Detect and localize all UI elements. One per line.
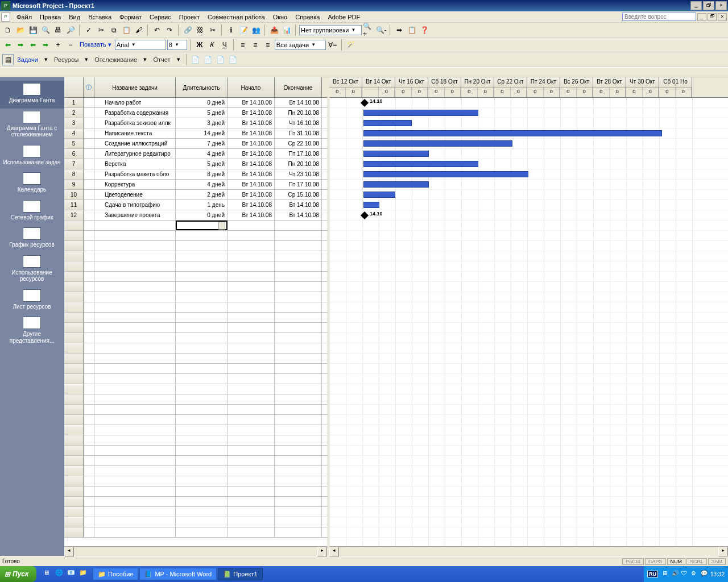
- guide-icon[interactable]: ▤: [2, 54, 14, 65]
- view-item[interactable]: Диаграмма Ганта: [0, 81, 64, 109]
- milestone-diamond-icon[interactable]: [361, 99, 369, 107]
- row-number[interactable]: [64, 517, 84, 527]
- timescale-col[interactable]: Сб 01 Но00: [659, 77, 692, 97]
- info-cell[interactable]: [84, 200, 94, 210]
- open-icon[interactable]: 📂: [15, 24, 26, 36]
- pdf-attach-icon[interactable]: 📄: [202, 54, 214, 65]
- info-cell[interactable]: [84, 210, 94, 220]
- table-row[interactable]: [64, 364, 327, 374]
- taskbar-task[interactable]: 📗Проект1: [218, 568, 262, 580]
- zoom-out-icon[interactable]: 🔍-: [375, 24, 387, 36]
- info-cell[interactable]: [84, 108, 94, 118]
- gantt-row[interactable]: [329, 190, 728, 200]
- duration-cell[interactable]: 2 дней: [176, 190, 228, 199]
- table-row[interactable]: [64, 333, 327, 343]
- task-name-cell[interactable]: Написание текста: [94, 128, 176, 138]
- table-row[interactable]: [64, 292, 327, 302]
- row-number[interactable]: [64, 272, 84, 281]
- grouping-combo[interactable]: Нет группировки▼: [299, 25, 362, 35]
- gantt-row[interactable]: [329, 425, 728, 435]
- timescale-col[interactable]: Вт 14 Окт0: [362, 77, 395, 97]
- timescale-col[interactable]: Чт 30 Окт00: [626, 77, 659, 97]
- table-row[interactable]: 3Разработка эскизов иллк3 днейВт 14.10.0…: [64, 118, 327, 128]
- row-number[interactable]: [64, 527, 84, 537]
- close-button[interactable]: ×: [715, 1, 727, 10]
- gantt-row[interactable]: [329, 128, 728, 139]
- row-number[interactable]: [64, 374, 84, 384]
- start-cell[interactable]: [228, 221, 275, 230]
- print-icon[interactable]: 🖶: [52, 24, 64, 36]
- start-button[interactable]: ⊞Пуск: [0, 566, 36, 582]
- gantt-row[interactable]: [329, 466, 728, 476]
- table-row[interactable]: [64, 497, 327, 507]
- start-cell[interactable]: Вт 14.10.08: [228, 98, 275, 107]
- row-number[interactable]: [64, 323, 84, 332]
- table-row[interactable]: [64, 241, 327, 251]
- table-row[interactable]: [64, 343, 327, 354]
- italic-icon[interactable]: К: [206, 39, 218, 51]
- table-row[interactable]: 4Написание текста14 днейВт 14.10.08Пт 31…: [64, 128, 327, 139]
- preview-icon[interactable]: 🔎: [65, 24, 76, 36]
- finish-cell[interactable]: [275, 221, 322, 230]
- start-cell[interactable]: Вт 14.10.08: [228, 180, 275, 189]
- table-row[interactable]: [64, 221, 327, 231]
- row-number[interactable]: [64, 446, 84, 455]
- table-row[interactable]: 2Разработка содержания5 днейВт 14.10.08П…: [64, 108, 327, 118]
- menu-формат[interactable]: Формат: [115, 13, 146, 22]
- hide-subtasks-icon[interactable]: −: [65, 39, 76, 51]
- scroll-left-button[interactable]: ◂: [329, 547, 339, 556]
- menu-правка[interactable]: Правка: [36, 13, 65, 22]
- timescale-col[interactable]: Ср 22 Окт00: [494, 77, 527, 97]
- gantt-row[interactable]: [329, 323, 728, 333]
- row-number[interactable]: 12: [64, 210, 84, 220]
- scroll-track[interactable]: [339, 547, 718, 556]
- table-row[interactable]: [64, 354, 327, 364]
- gantt-bar[interactable]: [363, 161, 478, 167]
- task-name-cell[interactable]: Цветоделение: [94, 190, 176, 199]
- gantt-row[interactable]: [329, 456, 728, 466]
- table-row[interactable]: 9Корректура4 днейВт 14.10.08Пт 17.10.08: [64, 180, 327, 190]
- row-number[interactable]: [64, 333, 84, 343]
- duration-cell[interactable]: 0 дней: [176, 98, 228, 107]
- gantt-row[interactable]: [329, 108, 728, 118]
- show-subtasks-icon[interactable]: +: [52, 39, 64, 51]
- gantt-timescale[interactable]: Вс 12 Окт00Вт 14 Окт0Чт 16 Окт00Сб 18 Ок…: [329, 77, 728, 98]
- info-cell[interactable]: [84, 139, 94, 148]
- cut-icon[interactable]: ✂: [96, 24, 107, 36]
- gantt-row[interactable]: [329, 476, 728, 487]
- row-header-col[interactable]: [64, 77, 84, 97]
- info-cell[interactable]: [84, 128, 94, 138]
- finish-cell[interactable]: Чт 16.10.08: [275, 118, 322, 128]
- taskbar-task[interactable]: 📁Пособие: [93, 568, 138, 580]
- goto-icon[interactable]: ➡: [394, 24, 405, 36]
- tasks-link[interactable]: Задачи: [15, 56, 40, 63]
- row-number[interactable]: [64, 231, 84, 240]
- zoom-in-icon[interactable]: 🔍+: [363, 24, 374, 36]
- start-cell[interactable]: Вт 14.10.08: [228, 139, 275, 148]
- view-item[interactable]: График ресурсов: [0, 225, 64, 253]
- row-number[interactable]: [64, 343, 84, 353]
- align-right-icon[interactable]: ≡: [262, 39, 274, 51]
- pdf-icon[interactable]: 📄: [190, 54, 201, 65]
- finish-cell[interactable]: Вт 14.10.08: [275, 210, 322, 220]
- row-number[interactable]: 1: [64, 98, 84, 107]
- row-number[interactable]: 5: [64, 139, 84, 148]
- report-link[interactable]: Отчет: [151, 56, 172, 63]
- menu-совместная работа[interactable]: Совместная работа: [204, 13, 269, 22]
- gantt-chart[interactable]: 14.1014.10: [329, 98, 728, 546]
- info-cell[interactable]: [84, 169, 94, 179]
- name-col-header[interactable]: Название задачи: [94, 77, 176, 97]
- filter-combo[interactable]: Все задачи▼: [275, 40, 326, 50]
- start-cell[interactable]: Вт 14.10.08: [228, 159, 275, 169]
- table-row[interactable]: [64, 517, 327, 527]
- start-cell[interactable]: Вт 14.10.08: [228, 149, 275, 159]
- ask-question-input[interactable]: [622, 13, 696, 21]
- table-row[interactable]: 6Литературное редактиро4 днейВт 14.10.08…: [64, 149, 327, 159]
- view-item[interactable]: Диаграмма Ганта с отслеживанием: [0, 109, 64, 143]
- fontsize-combo[interactable]: 8▼: [167, 40, 187, 50]
- table-row[interactable]: [64, 476, 327, 487]
- language-indicator[interactable]: RU: [647, 571, 658, 577]
- timescale-col[interactable]: Вс 26 Окт00: [560, 77, 593, 97]
- info-cell[interactable]: [84, 98, 94, 107]
- menu-справка[interactable]: Справка: [291, 13, 324, 22]
